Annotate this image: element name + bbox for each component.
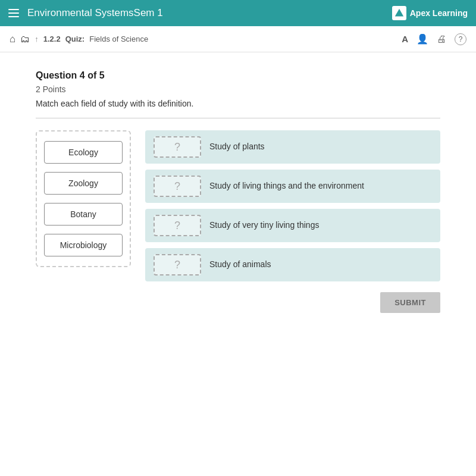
home-icon[interactable]: ⌂ (10, 33, 15, 45)
definition-row-4: ? Study of animals (145, 248, 440, 281)
divider (36, 118, 440, 118)
definitions-column: ? Study of plants ? Study of living thin… (145, 130, 440, 281)
term-ecology[interactable]: Ecology (44, 141, 123, 164)
topbar: Environmental SystemsSem 1 Apex Learning (0, 0, 476, 26)
apex-logo-text: Apex Learning (410, 8, 468, 18)
drop-zone-4-placeholder: ? (174, 259, 180, 271)
help-icon[interactable]: ? (455, 33, 466, 45)
terms-column: Ecology Zoology Botany Microbiology (36, 130, 131, 267)
drop-zone-4[interactable]: ? (154, 254, 201, 275)
breadcrumb-left: ⌂ 🗂 ↑ 1.2.2 Quiz: Fields of Science (10, 33, 148, 45)
submit-button[interactable]: SUBMIT (380, 292, 440, 313)
question-instruction: Match each field of study with its defin… (36, 99, 440, 108)
definition-text-3: Study of very tiny living things (209, 220, 319, 231)
question-header: Question 4 of 5 (36, 70, 440, 81)
menu-icon[interactable] (8, 9, 19, 17)
breadcrumb-name: Fields of Science (89, 35, 148, 43)
breadcrumb-right: A 👤 🖨 ? (402, 33, 466, 45)
topbar-left: Environmental SystemsSem 1 (8, 7, 163, 19)
print-icon[interactable]: 🖨 (437, 34, 446, 45)
drop-zone-2-placeholder: ? (174, 180, 180, 193)
term-botany[interactable]: Botany (44, 203, 123, 226)
term-microbiology[interactable]: Microbiology (44, 234, 123, 256)
definition-row-2: ? Study of living things and the environ… (145, 170, 440, 203)
breadcrumb-bar: ⌂ 🗂 ↑ 1.2.2 Quiz: Fields of Science A 👤 … (0, 26, 476, 52)
translate-icon[interactable]: A (402, 34, 408, 44)
term-zoology[interactable]: Zoology (44, 172, 123, 195)
definition-text-1: Study of plants (209, 141, 265, 153)
apex-logo: Apex Learning (392, 6, 468, 20)
definition-text-4: Study of animals (209, 259, 271, 271)
definition-row-3: ? Study of very tiny living things (145, 209, 440, 242)
submit-area: SUBMIT (36, 292, 440, 313)
definition-row-1: ? Study of plants (145, 130, 440, 164)
topbar-right: Apex Learning (392, 6, 468, 20)
main-content: Question 4 of 5 2 Points Match each fiel… (0, 52, 476, 476)
breadcrumb-type: Quiz: (65, 35, 85, 43)
breadcrumb-arrow: ↑ (35, 35, 39, 43)
drop-zone-1[interactable]: ? (154, 136, 201, 158)
definition-text-2: Study of living things and the environme… (209, 180, 364, 192)
drop-zone-2[interactable]: ? (154, 176, 201, 197)
svg-marker-0 (395, 9, 403, 17)
drop-zone-1-placeholder: ? (174, 141, 180, 154)
drop-zone-3[interactable]: ? (154, 215, 201, 236)
breadcrumb-path: 1.2.2 (43, 35, 61, 43)
drop-zone-3-placeholder: ? (174, 220, 180, 232)
briefcase-icon[interactable]: 🗂 (20, 34, 30, 45)
question-points: 2 Points (36, 84, 440, 94)
match-container: Ecology Zoology Botany Microbiology ? St… (36, 130, 440, 281)
apex-icon (392, 6, 406, 20)
person-icon[interactable]: 👤 (416, 33, 428, 45)
course-title: Environmental SystemsSem 1 (27, 7, 163, 19)
